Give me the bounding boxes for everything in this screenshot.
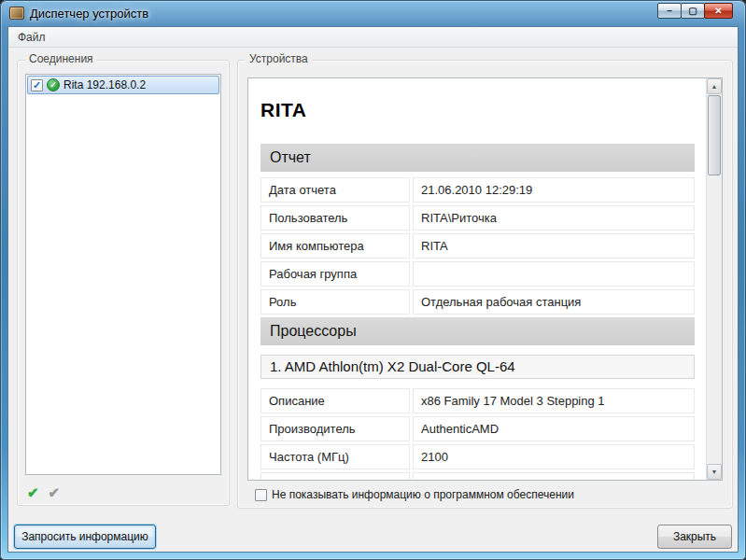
devices-group: Устройства RITA Отчет Дата отчета 21.06.… — [237, 60, 733, 509]
row-label: Описание — [260, 388, 410, 413]
client-area: Файл Соединения ✓ ✓ Rita 192.168.0.2 ✔ ✔… — [7, 26, 739, 553]
table-row: Роль Отдельная рабочая станция — [260, 289, 695, 315]
scroll-down-button[interactable]: ▼ — [707, 464, 722, 480]
report-table: Дата отчета 21.06.2010 12:29:19 Пользова… — [260, 177, 695, 315]
titlebar[interactable]: Диспетчер устройств – ▢ ✕ — [0, 0, 746, 26]
connection-checkbox[interactable]: ✓ — [31, 79, 43, 91]
connections-list[interactable]: ✓ ✓ Rita 192.168.0.2 — [25, 74, 221, 475]
row-value: Отдельная рабочая станция — [413, 289, 695, 315]
scroll-up-icon: ▲ — [711, 83, 718, 90]
connection-label: Rita 192.168.0.2 — [63, 78, 146, 91]
minimize-button[interactable]: – — [657, 3, 682, 19]
row-value: 2100 — [413, 444, 695, 469]
scroll-up-button[interactable]: ▲ — [707, 78, 722, 94]
row-label: Тип — [260, 472, 410, 480]
table-row: Производитель AuthenticAMD — [260, 416, 695, 441]
close-window-button[interactable]: ✕ — [704, 3, 733, 19]
table-row: Частота (МГц) 2100 — [260, 444, 695, 469]
connections-group: Соединения ✓ ✓ Rita 192.168.0.2 ✔ ✔ — [17, 60, 230, 506]
online-status-icon: ✓ — [47, 78, 60, 91]
minimize-icon: – — [667, 7, 672, 16]
section-header-processors: Процессоры — [260, 317, 695, 345]
caption-buttons: – ▢ ✕ — [658, 3, 733, 19]
checkbox-check-icon: ✓ — [33, 80, 41, 91]
menubar: Файл — [8, 27, 738, 48]
scrollbar-thumb[interactable] — [708, 95, 721, 175]
scroll-down-icon: ▼ — [711, 469, 718, 475]
row-value: x86 Family 17 Model 3 Stepping 1 — [413, 388, 695, 413]
row-label: Производитель — [260, 416, 410, 441]
connections-group-label: Соединения — [25, 52, 97, 65]
report-title: RITA — [260, 99, 695, 121]
report-view: RITA Отчет Дата отчета 21.06.2010 12:29:… — [247, 77, 723, 481]
table-row: Пользователь RITA\Риточка — [260, 205, 695, 231]
app-icon — [9, 7, 24, 20]
table-row: Описание x86 Family 17 Model 3 Stepping … — [260, 388, 695, 413]
maximize-button[interactable]: ▢ — [681, 3, 705, 19]
hide-software-label: Не показывать информацию о программном о… — [272, 488, 574, 501]
section-header-report: Отчет — [260, 144, 695, 172]
table-row: Дата отчета 21.06.2010 12:29:19 — [260, 177, 695, 203]
request-info-button[interactable]: Запросить информацию — [14, 525, 156, 549]
row-value: 21.06.2010 12:29:19 — [413, 177, 695, 203]
list-actions: ✔ ✔ — [27, 485, 60, 499]
devices-group-label: Устройства — [246, 52, 312, 65]
menu-file[interactable]: Файл — [8, 29, 55, 46]
row-label: Имя компьютера — [260, 233, 410, 259]
row-value — [413, 261, 695, 287]
deselect-all-icon[interactable]: ✔ — [49, 485, 61, 499]
table-row: Рабочая группа — [260, 261, 695, 287]
window-title: Диспетчер устройств — [30, 7, 148, 21]
row-label: Роль — [260, 289, 410, 315]
report-table: Описание x86 Family 17 Model 3 Stepping … — [260, 388, 695, 480]
close-icon: ✕ — [714, 7, 722, 16]
row-label: Рабочая группа — [260, 261, 410, 287]
row-label: Пользователь — [260, 205, 410, 231]
window: Диспетчер устройств – ▢ ✕ Файл Соединени… — [0, 0, 746, 560]
table-row: Имя компьютера RITA — [260, 233, 695, 259]
row-label: Дата отчета — [260, 177, 410, 203]
hide-software-row: Не показывать информацию о программном о… — [255, 488, 574, 501]
table-row: Тип CPU 1 — [260, 472, 695, 480]
processor-subheader: 1. AMD Athlon(tm) X2 Dual-Core QL-64 — [260, 355, 695, 379]
hide-software-checkbox[interactable] — [255, 489, 267, 501]
row-value: RITA\Риточка — [413, 205, 695, 231]
maximize-icon: ▢ — [688, 7, 697, 16]
row-value: RITA — [413, 233, 695, 259]
connection-list-item[interactable]: ✓ ✓ Rita 192.168.0.2 — [27, 76, 219, 94]
report-scrollbar[interactable]: ▲ ▼ — [706, 78, 722, 480]
row-value: CPU 1 — [413, 472, 695, 480]
row-value: AuthenticAMD — [413, 416, 695, 441]
report-content: RITA Отчет Дата отчета 21.06.2010 12:29:… — [248, 78, 706, 480]
close-button[interactable]: Закрыть — [657, 525, 732, 549]
select-all-icon[interactable]: ✔ — [27, 485, 39, 499]
row-label: Частота (МГц) — [260, 444, 410, 469]
